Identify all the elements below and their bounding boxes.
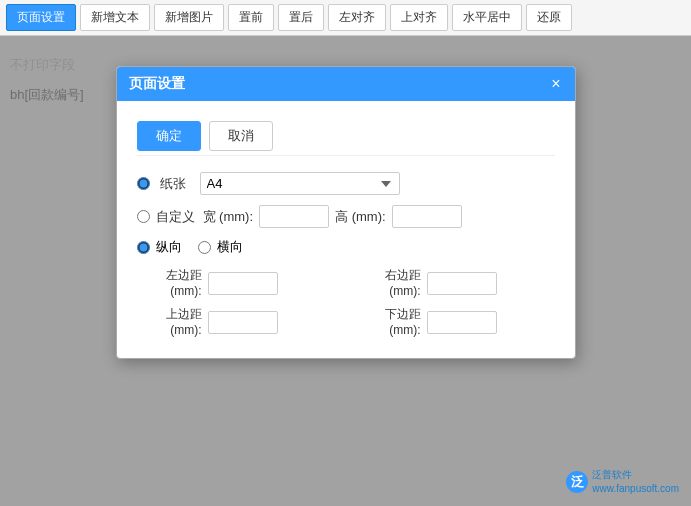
dialog-title: 页面设置: [129, 75, 185, 93]
landscape-group: 横向: [198, 238, 243, 256]
dialog-actions: 确定 取消: [137, 113, 555, 156]
custom-radio[interactable]: [137, 210, 150, 223]
top-margin-input[interactable]: 0: [208, 311, 278, 334]
custom-size-row: 自定义 宽 (mm): 210 高 (mm): 297: [137, 205, 555, 228]
height-label: 高 (mm):: [335, 208, 386, 226]
reset-button[interactable]: 还原: [526, 4, 572, 31]
align-center-button[interactable]: 水平居中: [452, 4, 522, 31]
portrait-group: 纵向: [137, 238, 182, 256]
bottom-margin-input[interactable]: 0: [427, 311, 497, 334]
paper-section: 纸张 A4 A3 B5 Letter 自定义 宽 (mm): 210: [137, 172, 555, 228]
landscape-label: 横向: [217, 238, 243, 256]
main-area: 不打印字段 bh[回款编号] 页面设置 × 确定 取消 纸张: [0, 36, 691, 506]
bring-front-button[interactable]: 置前: [228, 4, 274, 31]
dialog-close-button[interactable]: ×: [549, 76, 562, 92]
paper-row: 纸张 A4 A3 B5 Letter: [137, 172, 555, 195]
bottom-margin-item: 下边距(mm): 0: [356, 307, 555, 338]
portrait-label: 纵向: [156, 238, 182, 256]
bottom-margin-label: 下边距(mm):: [356, 307, 421, 338]
right-margin-item: 右边距(mm): 0: [356, 268, 555, 299]
page-setup-button[interactable]: 页面设置: [6, 4, 76, 31]
paper-radio[interactable]: [137, 177, 150, 190]
paper-select[interactable]: A4 A3 B5 Letter: [200, 172, 400, 195]
brand-name: 泛普软件: [592, 468, 679, 482]
top-margin-label: 上边距(mm):: [137, 307, 202, 338]
toolbar: 页面设置 新增文本 新增图片 置前 置后 左对齐 上对齐 水平居中 还原: [0, 0, 691, 36]
send-back-button[interactable]: 置后: [278, 4, 324, 31]
dialog-header: 页面设置 ×: [117, 67, 575, 101]
right-margin-label: 右边距(mm):: [356, 268, 421, 299]
paper-label: 纸张: [160, 175, 190, 193]
right-margin-input[interactable]: 0: [427, 272, 497, 295]
page-setup-dialog: 页面设置 × 确定 取消 纸张 A4 A3: [116, 66, 576, 359]
left-margin-label: 左边距(mm):: [137, 268, 202, 299]
confirm-button[interactable]: 确定: [137, 121, 201, 151]
left-margin-item: 左边距(mm): 0: [137, 268, 336, 299]
custom-label: 自定义: [156, 208, 195, 226]
height-input[interactable]: 297: [392, 205, 462, 228]
orientation-section: 纵向 横向: [137, 238, 555, 256]
margins-section: 左边距(mm): 0 右边距(mm): 0 上边距(mm): 0 下边距(mm)…: [137, 268, 555, 338]
left-margin-input[interactable]: 0: [208, 272, 278, 295]
modal-overlay: 页面设置 × 确定 取消 纸张 A4 A3: [0, 36, 691, 506]
width-label: 宽 (mm):: [203, 208, 254, 226]
landscape-radio[interactable]: [198, 241, 211, 254]
brand-url: www.fanpusoft.com: [592, 482, 679, 496]
add-image-button[interactable]: 新增图片: [154, 4, 224, 31]
width-input[interactable]: 210: [259, 205, 329, 228]
brand-text: 泛普软件 www.fanpusoft.com: [592, 468, 679, 496]
align-left-button[interactable]: 左对齐: [328, 4, 386, 31]
brand-logo: 泛: [566, 471, 588, 493]
add-text-button[interactable]: 新增文本: [80, 4, 150, 31]
cancel-button[interactable]: 取消: [209, 121, 273, 151]
portrait-radio[interactable]: [137, 241, 150, 254]
top-margin-item: 上边距(mm): 0: [137, 307, 336, 338]
dialog-body: 确定 取消 纸张 A4 A3 B5 Letter: [117, 101, 575, 358]
branding: 泛 泛普软件 www.fanpusoft.com: [566, 468, 679, 496]
align-top-button[interactable]: 上对齐: [390, 4, 448, 31]
